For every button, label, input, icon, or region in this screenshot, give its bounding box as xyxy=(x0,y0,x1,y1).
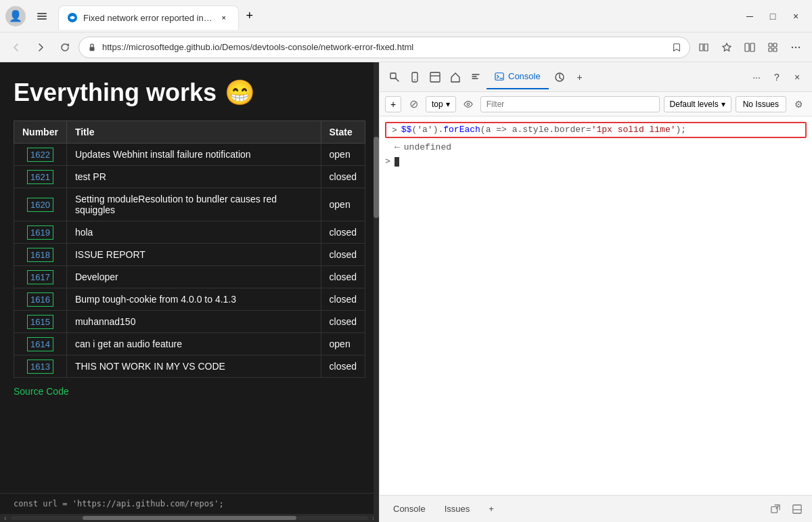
scroll-left-button[interactable]: ‹ xyxy=(0,514,11,522)
svg-point-13 xyxy=(798,46,800,47)
cell-title: can i get an audio feature xyxy=(66,333,321,355)
refresh-button[interactable] xyxy=(54,37,76,58)
console-prompt[interactable]: > xyxy=(380,154,812,169)
add-bottom-tab-button[interactable]: + xyxy=(480,498,502,520)
table-row: 1621 test PR closed xyxy=(14,166,365,188)
devtools-secondary-bar: + ⊘ top ▾ Default levels ▾ No Issues ⚙ xyxy=(380,92,812,116)
nav-actions xyxy=(693,37,807,58)
issues-bottom-tab[interactable]: Issues xyxy=(436,498,478,520)
table-row: 1616 Bump tough-cookie from 4.0.0 to 4.1… xyxy=(14,288,365,311)
tab-close-button[interactable]: × xyxy=(218,12,230,24)
issue-link[interactable]: 1619 xyxy=(27,225,53,240)
issue-link[interactable]: 1614 xyxy=(27,337,53,351)
console-expand-arrow[interactable]: > xyxy=(392,125,397,135)
console-filter-input[interactable] xyxy=(480,96,660,112)
more-button[interactable] xyxy=(785,37,807,58)
issue-link[interactable]: 1618 xyxy=(27,248,53,262)
devtools-layout-button[interactable] xyxy=(426,68,445,87)
cell-title: Bump tough-cookie from 4.0.0 to 4.1.3 xyxy=(66,288,321,311)
no-issues-label: No Issues xyxy=(743,100,779,109)
new-tab-button[interactable]: + xyxy=(239,5,261,27)
devtools-home-button[interactable] xyxy=(446,68,465,87)
issue-link[interactable]: 1615 xyxy=(27,315,53,329)
page-emoji: 😁 xyxy=(225,79,255,107)
back-button[interactable] xyxy=(5,37,27,58)
devtools-more-button[interactable]: ··· xyxy=(747,68,766,87)
cell-state: open xyxy=(321,188,365,221)
active-tab[interactable]: Fixed network error reported in… × xyxy=(58,5,239,30)
split-view-button[interactable] xyxy=(739,37,761,58)
console-add-button[interactable]: + xyxy=(385,96,401,112)
table-row: 1620 Setting moduleResolution to bundler… xyxy=(14,188,365,221)
svg-rect-5 xyxy=(745,43,749,51)
svg-point-12 xyxy=(795,46,796,47)
svg-rect-9 xyxy=(769,48,772,51)
issue-link[interactable]: 1616 xyxy=(27,292,53,307)
devtools-performance-button[interactable] xyxy=(550,68,569,87)
console-clear-button[interactable]: ⊘ xyxy=(405,96,422,112)
devtools-elements-button[interactable] xyxy=(466,68,485,87)
levels-selector[interactable]: Default levels ▾ xyxy=(664,96,731,112)
svg-rect-2 xyxy=(37,18,47,20)
nav-bar: https://microsoftedge.github.io/Demos/de… xyxy=(0,32,812,62)
address-bar[interactable]: https://microsoftedge.github.io/Demos/de… xyxy=(78,37,690,58)
col-number-header: Number xyxy=(14,121,67,144)
minimize-button[interactable]: ─ xyxy=(739,5,761,27)
prompt-arrow[interactable]: > xyxy=(385,156,390,167)
page-content: Everything works 😁 Number Title State 16… xyxy=(0,62,379,493)
svg-rect-10 xyxy=(773,48,777,51)
devtools-dock-button[interactable] xyxy=(788,500,807,519)
horizontal-scrollbar[interactable]: ‹ › xyxy=(0,514,379,522)
forward-button[interactable] xyxy=(30,37,51,58)
close-window-button[interactable]: × xyxy=(785,5,807,27)
issue-link[interactable]: 1613 xyxy=(27,360,53,374)
cell-number: 1615 xyxy=(14,311,67,333)
devtools-inspect-button[interactable] xyxy=(385,68,404,87)
issue-link[interactable]: 1622 xyxy=(27,148,53,162)
cell-number: 1614 xyxy=(14,333,67,355)
maximize-button[interactable]: □ xyxy=(762,5,784,27)
bookmark-icon xyxy=(672,43,681,52)
cell-number: 1613 xyxy=(14,355,67,378)
console-content: > $$('a').forEach(a => a.style.border='1… xyxy=(380,116,812,495)
context-selector[interactable]: top ▾ xyxy=(426,96,456,112)
code-part-4: (a => a.style.border= xyxy=(480,125,591,135)
collections-button[interactable] xyxy=(762,37,784,58)
cell-number: 1621 xyxy=(14,166,67,188)
devtools-undock-button[interactable] xyxy=(766,500,785,519)
no-issues-button[interactable]: No Issues xyxy=(736,96,786,112)
scroll-thumb[interactable] xyxy=(83,516,297,520)
issue-link[interactable]: 1617 xyxy=(27,270,53,284)
issue-link[interactable]: 1621 xyxy=(27,170,53,184)
cell-title: muhannad150 xyxy=(66,311,321,333)
reader-button[interactable] xyxy=(693,37,715,58)
result-arrow: ← xyxy=(394,142,400,152)
source-code-link[interactable]: Source Code xyxy=(14,378,365,405)
table-row: 1617 Developer closed xyxy=(14,266,365,288)
cell-state: closed xyxy=(321,266,365,288)
cell-state: closed xyxy=(321,355,365,378)
devtools-add-tab-button[interactable]: + xyxy=(570,68,589,87)
issue-link[interactable]: 1620 xyxy=(27,198,53,212)
title-bar: 👤 Fixed network error reported in… × + xyxy=(0,0,812,32)
svg-rect-0 xyxy=(37,13,47,14)
svg-rect-4 xyxy=(90,47,95,51)
devtools-console-tab[interactable]: Console xyxy=(487,65,549,89)
console-eye-button[interactable] xyxy=(460,96,476,112)
cell-title: Updates Webhint install failure notifica… xyxy=(66,144,321,166)
sidebar-toggle-button[interactable] xyxy=(31,5,53,27)
cell-number: 1622 xyxy=(14,144,67,166)
scroll-track[interactable] xyxy=(11,516,368,520)
avatar: 👤 xyxy=(5,6,26,26)
console-settings-button[interactable]: ⚙ xyxy=(790,96,807,112)
webpage-panel: Everything works 😁 Number Title State 16… xyxy=(0,62,379,522)
devtools-panel: Console + ··· ? × + ⊘ top ▾ xyxy=(379,62,812,522)
devtools-device-button[interactable] xyxy=(405,68,424,87)
console-bottom-tab[interactable]: Console xyxy=(385,498,434,520)
svg-rect-7 xyxy=(769,43,772,47)
devtools-help-button[interactable]: ? xyxy=(767,68,786,87)
devtools-close-button[interactable]: × xyxy=(788,68,807,87)
cell-title: hola xyxy=(66,221,321,244)
favorites-button[interactable] xyxy=(716,37,738,58)
address-url: https://microsoftedge.github.io/Demos/de… xyxy=(102,42,667,52)
